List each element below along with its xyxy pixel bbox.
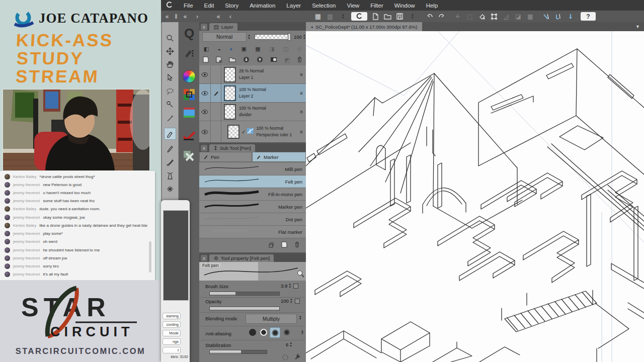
layer-menu-icon[interactable]: ≡ (300, 72, 303, 77)
opacity-stepper[interactable]: ▲▼ (290, 298, 293, 304)
expand-palette-icon[interactable]: ‹ (224, 12, 236, 21)
stabilization-stepper[interactable]: ▲▼ (289, 342, 292, 347)
expand-icon[interactable]: › (191, 12, 203, 21)
layer-thumbnail[interactable] (224, 104, 236, 120)
brush-size-stepper[interactable]: ▲▼ (288, 283, 291, 289)
layer-menu-icon[interactable]: ≡ (300, 109, 303, 115)
menu-help[interactable]: Help (421, 0, 444, 11)
workspace-grid-icon[interactable]: ▦ (312, 12, 324, 21)
studio-mode-button[interactable]: Mode (163, 330, 181, 336)
line-tool-icon[interactable] (540, 12, 552, 21)
new-folder-button[interactable] (229, 56, 236, 63)
zoom-tool[interactable] (164, 32, 176, 44)
wrench-icon[interactable] (294, 354, 301, 362)
brush-size-value[interactable]: 3.9 (281, 283, 287, 289)
tab-subtool[interactable]: Sub Tool [Pen] (209, 144, 255, 152)
layer-opacity-slider[interactable] (255, 34, 291, 40)
selection-pen-tool[interactable] (164, 99, 176, 111)
menu-layer[interactable]: Layer (281, 0, 306, 11)
document-tab[interactable]: ●SC_PoliceDept* (11.00 x 17.00in 300dpi … (306, 22, 422, 31)
layer-menu-icon[interactable]: ≡ (300, 90, 303, 96)
new-vector-layer-button[interactable] (216, 56, 222, 64)
transform-icon[interactable] (488, 12, 500, 21)
aa-middle-option-selected[interactable] (270, 327, 280, 338)
start-streaming-button[interactable]: eaming (163, 313, 181, 319)
marker-tool-selected[interactable] (164, 128, 176, 140)
color-set-icon[interactable] (182, 87, 197, 102)
redo-icon[interactable] (436, 12, 448, 21)
lock-transparent-icon[interactable]: ▦ (255, 46, 260, 52)
subtool-flat-marker[interactable]: Flat marker (199, 226, 306, 238)
scale-icon[interactable]: ◿ (500, 12, 512, 21)
menu-filter[interactable]: Filter (365, 0, 389, 11)
clip-studio-button[interactable] (351, 12, 367, 21)
start-recording-button[interactable]: cording (163, 321, 181, 328)
hand-tool[interactable] (164, 58, 176, 70)
opacity-slider[interactable] (209, 307, 280, 311)
ink-icon[interactable] (182, 46, 197, 60)
visibility-eye-icon[interactable] (199, 121, 211, 142)
exit-button[interactable]: t (163, 347, 181, 353)
apply-mask-button[interactable]: ◩ (284, 57, 289, 63)
layer-row[interactable]: 26 % NormalLayer 1 ≡ (199, 65, 306, 84)
new-subtool-button[interactable] (281, 241, 287, 250)
brush-size-slider[interactable] (209, 292, 280, 296)
palette-color-icon[interactable]: ◧ (204, 46, 209, 52)
reset-settings-icon[interactable] (282, 354, 289, 362)
panel-menu-icon[interactable]: ≡ (201, 255, 207, 261)
aa-stepper[interactable]: ▲▼ (301, 330, 304, 335)
image-icon[interactable]: ▨ (324, 12, 336, 21)
chat-scrollbar[interactable] (149, 241, 151, 273)
collapse-icon[interactable]: « (179, 12, 191, 21)
opacity-dynamics-checkbox[interactable] (295, 299, 300, 304)
tab-list-dropdown-icon[interactable]: ▼ (635, 24, 640, 29)
brush-tool[interactable] (164, 156, 176, 168)
menu-selection[interactable]: Selection (306, 0, 341, 11)
quick-access-icon[interactable]: Q (182, 26, 197, 40)
copy-subtool-button[interactable] (268, 241, 274, 250)
undo-icon[interactable] (424, 12, 436, 21)
preview-magnifier-icon[interactable] (297, 270, 304, 280)
subtool-dot-pen[interactable]: Dot pen (199, 213, 306, 226)
object-tool[interactable] (164, 71, 176, 83)
opacity-value[interactable]: 100 (281, 298, 289, 304)
rotate-icon[interactable]: ◪ (512, 12, 524, 21)
layer-thumbnail[interactable] (224, 67, 236, 82)
menu-file[interactable]: File (178, 0, 199, 11)
collapse-palette-icon[interactable]: « (212, 12, 224, 21)
auto-action-icon[interactable] (182, 129, 197, 143)
new-raster-layer-button[interactable] (203, 56, 209, 64)
blending-stepper[interactable]: ▲▼ (299, 315, 302, 321)
decoration-tool[interactable] (164, 183, 176, 195)
transfer-down-button[interactable] (243, 56, 250, 64)
aa-weak-option[interactable] (259, 327, 268, 337)
merge-down-button[interactable] (257, 56, 263, 64)
brush-size-dynamics-checkbox[interactable] (293, 284, 298, 289)
layer-thumbnail[interactable] (224, 85, 236, 101)
canvas-viewport[interactable] (306, 31, 644, 362)
blend-stepper-icon[interactable]: ▲▼ (248, 34, 251, 40)
panel-menu-icon[interactable]: ≡ (201, 24, 207, 30)
visibility-eye-icon[interactable] (199, 65, 211, 83)
ruler-range-icon[interactable]: ◇ (297, 46, 301, 52)
aa-strong-option[interactable] (282, 327, 291, 337)
layer-row-selected[interactable]: 100 % NormalLayer 2 ≡ (199, 84, 306, 103)
menu-animation[interactable]: Animation (244, 0, 281, 11)
layer-row-ruler[interactable]: ✓ 100 % NormalPerspective ruler 1 ≡ (199, 121, 306, 143)
menu-story[interactable]: Story (219, 0, 244, 11)
timeline-icon[interactable] (182, 106, 197, 120)
opacity-stepper-icon[interactable]: ▲▼ (303, 34, 306, 40)
stepper-icon[interactable]: ▲▼ (407, 12, 419, 21)
visibility-eye-icon[interactable] (199, 103, 211, 121)
fill-icon[interactable] (476, 12, 488, 21)
settings-button[interactable]: ngs (163, 338, 181, 345)
airbrush-tool[interactable] (164, 170, 176, 182)
wand-tool[interactable] (164, 113, 176, 125)
stepper-icon[interactable]: ▲▼ (337, 12, 349, 21)
mask-enable-icon[interactable]: ◨ (269, 46, 274, 52)
subtool-milli-pen[interactable]: Milli pen (199, 163, 306, 175)
layer-row[interactable]: 100 % Normaldivider ≡ (199, 103, 306, 121)
save-icon[interactable] (393, 12, 406, 21)
layer-mask-button[interactable] (270, 57, 277, 63)
tab-layer[interactable]: Layer (209, 23, 237, 31)
